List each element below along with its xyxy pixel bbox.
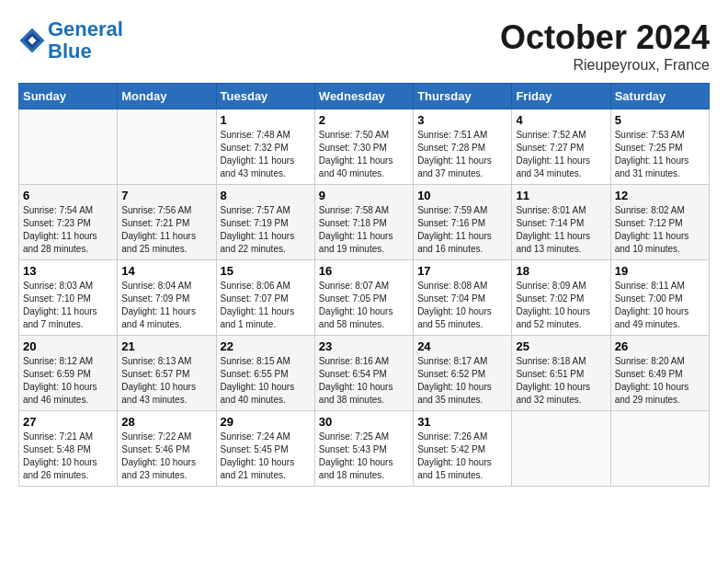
calendar-week-row: 1Sunrise: 7:48 AMSunset: 7:32 PMDaylight… [19, 109, 710, 185]
day-detail: Sunrise: 7:50 AMSunset: 7:30 PMDaylight:… [319, 129, 409, 180]
weekday-header: Friday [512, 84, 610, 109]
day-number: 22 [221, 339, 311, 353]
calendar-cell: 8Sunrise: 7:57 AMSunset: 7:19 PMDaylight… [216, 185, 314, 260]
calendar-cell: 25Sunrise: 8:18 AMSunset: 6:51 PMDayligh… [512, 336, 610, 411]
day-detail: Sunrise: 8:01 AMSunset: 7:14 PMDaylight:… [516, 204, 606, 256]
day-detail: Sunrise: 8:17 AMSunset: 6:52 PMDaylight:… [417, 355, 507, 407]
calendar-cell: 30Sunrise: 7:25 AMSunset: 5:43 PMDayligh… [314, 411, 413, 487]
day-detail: Sunrise: 7:25 AMSunset: 5:43 PMDaylight:… [319, 431, 409, 482]
calendar-cell: 21Sunrise: 8:13 AMSunset: 6:57 PMDayligh… [118, 336, 216, 411]
day-detail: Sunrise: 7:22 AMSunset: 5:46 PMDaylight:… [121, 431, 211, 482]
weekday-header: Tuesday [216, 84, 314, 109]
day-number: 20 [23, 339, 113, 353]
weekday-header-row: SundayMondayTuesdayWednesdayThursdayFrid… [19, 84, 710, 109]
day-number: 13 [23, 264, 113, 278]
day-number: 2 [319, 113, 409, 127]
calendar-table: SundayMondayTuesdayWednesdayThursdayFrid… [18, 83, 710, 487]
day-detail: Sunrise: 8:08 AMSunset: 7:04 PMDaylight:… [417, 280, 507, 331]
day-number: 26 [615, 339, 705, 353]
day-detail: Sunrise: 7:24 AMSunset: 5:45 PMDaylight:… [221, 431, 311, 482]
day-number: 25 [516, 339, 606, 353]
calendar-cell: 5Sunrise: 7:53 AMSunset: 7:25 PMDaylight… [610, 109, 709, 185]
calendar-cell: 17Sunrise: 8:08 AMSunset: 7:04 PMDayligh… [414, 260, 512, 336]
calendar-week-row: 6Sunrise: 7:54 AMSunset: 7:23 PMDaylight… [19, 185, 710, 260]
calendar-cell: 1Sunrise: 7:48 AMSunset: 7:32 PMDaylight… [216, 109, 314, 185]
calendar-week-row: 27Sunrise: 7:21 AMSunset: 5:48 PMDayligh… [19, 411, 710, 487]
page-header: GeneralBlue October 2024 Rieupeyroux, Fr… [18, 18, 710, 74]
day-number: 24 [417, 339, 507, 353]
day-number: 27 [23, 415, 113, 429]
calendar-cell: 15Sunrise: 8:06 AMSunset: 7:07 PMDayligh… [216, 260, 314, 336]
day-detail: Sunrise: 8:04 AMSunset: 7:09 PMDaylight:… [121, 280, 211, 331]
day-number: 1 [221, 113, 311, 127]
day-detail: Sunrise: 8:03 AMSunset: 7:10 PMDaylight:… [23, 280, 113, 331]
day-detail: Sunrise: 7:54 AMSunset: 7:23 PMDaylight:… [23, 204, 113, 256]
day-detail: Sunrise: 8:15 AMSunset: 6:55 PMDaylight:… [221, 355, 311, 407]
calendar-cell: 29Sunrise: 7:24 AMSunset: 5:45 PMDayligh… [216, 411, 314, 487]
calendar-cell: 7Sunrise: 7:56 AMSunset: 7:21 PMDaylight… [118, 185, 216, 260]
day-detail: Sunrise: 8:13 AMSunset: 6:57 PMDaylight:… [121, 355, 211, 407]
day-number: 21 [121, 339, 211, 353]
day-number: 17 [417, 264, 507, 278]
calendar-week-row: 13Sunrise: 8:03 AMSunset: 7:10 PMDayligh… [19, 260, 710, 336]
day-detail: Sunrise: 8:12 AMSunset: 6:59 PMDaylight:… [23, 355, 113, 407]
calendar-cell: 26Sunrise: 8:20 AMSunset: 6:49 PMDayligh… [610, 336, 709, 411]
day-number: 11 [516, 189, 606, 202]
calendar-cell [118, 109, 216, 185]
day-number: 7 [121, 189, 211, 202]
calendar-cell: 19Sunrise: 8:11 AMSunset: 7:00 PMDayligh… [610, 260, 709, 336]
calendar-cell: 13Sunrise: 8:03 AMSunset: 7:10 PMDayligh… [19, 260, 118, 336]
day-number: 19 [615, 264, 705, 278]
calendar-cell [610, 411, 709, 487]
day-detail: Sunrise: 7:56 AMSunset: 7:21 PMDaylight:… [121, 204, 211, 256]
day-detail: Sunrise: 7:53 AMSunset: 7:25 PMDaylight:… [615, 129, 705, 180]
calendar-cell: 3Sunrise: 7:51 AMSunset: 7:28 PMDaylight… [414, 109, 512, 185]
day-number: 8 [221, 189, 311, 202]
calendar-cell: 24Sunrise: 8:17 AMSunset: 6:52 PMDayligh… [414, 336, 512, 411]
day-detail: Sunrise: 8:20 AMSunset: 6:49 PMDaylight:… [615, 355, 705, 407]
calendar-cell: 6Sunrise: 7:54 AMSunset: 7:23 PMDaylight… [19, 185, 118, 260]
day-number: 3 [417, 113, 507, 127]
calendar-cell: 27Sunrise: 7:21 AMSunset: 5:48 PMDayligh… [19, 411, 118, 487]
calendar-cell: 12Sunrise: 8:02 AMSunset: 7:12 PMDayligh… [610, 185, 709, 260]
day-detail: Sunrise: 8:02 AMSunset: 7:12 PMDaylight:… [615, 204, 705, 256]
calendar-cell: 18Sunrise: 8:09 AMSunset: 7:02 PMDayligh… [512, 260, 610, 336]
day-number: 15 [221, 264, 311, 278]
day-number: 28 [121, 415, 211, 429]
day-number: 16 [319, 264, 409, 278]
logo-name: GeneralBlue [48, 18, 123, 63]
day-detail: Sunrise: 7:21 AMSunset: 5:48 PMDaylight:… [23, 431, 113, 482]
day-detail: Sunrise: 7:48 AMSunset: 7:32 PMDaylight:… [221, 129, 311, 180]
calendar-cell: 2Sunrise: 7:50 AMSunset: 7:30 PMDaylight… [314, 109, 413, 185]
day-number: 5 [615, 113, 705, 127]
day-detail: Sunrise: 8:06 AMSunset: 7:07 PMDaylight:… [221, 280, 311, 331]
calendar-cell: 14Sunrise: 8:04 AMSunset: 7:09 PMDayligh… [118, 260, 216, 336]
calendar-cell: 31Sunrise: 7:26 AMSunset: 5:42 PMDayligh… [414, 411, 512, 487]
day-number: 23 [319, 339, 409, 353]
calendar-cell [512, 411, 610, 487]
day-detail: Sunrise: 8:09 AMSunset: 7:02 PMDaylight:… [516, 280, 606, 331]
logo: GeneralBlue [18, 18, 123, 63]
calendar-cell [19, 109, 118, 185]
weekday-header: Thursday [414, 84, 512, 109]
day-number: 4 [516, 113, 606, 127]
calendar-cell: 9Sunrise: 7:58 AMSunset: 7:18 PMDaylight… [314, 185, 413, 260]
day-detail: Sunrise: 7:51 AMSunset: 7:28 PMDaylight:… [417, 129, 507, 180]
calendar-cell: 11Sunrise: 8:01 AMSunset: 7:14 PMDayligh… [512, 185, 610, 260]
weekday-header: Sunday [19, 84, 118, 109]
day-detail: Sunrise: 7:58 AMSunset: 7:18 PMDaylight:… [319, 204, 409, 256]
day-detail: Sunrise: 7:57 AMSunset: 7:19 PMDaylight:… [221, 204, 311, 256]
day-detail: Sunrise: 8:07 AMSunset: 7:05 PMDaylight:… [319, 280, 409, 331]
calendar-cell: 4Sunrise: 7:52 AMSunset: 7:27 PMDaylight… [512, 109, 610, 185]
day-number: 14 [121, 264, 211, 278]
weekday-header: Saturday [610, 84, 709, 109]
location: Rieupeyroux, France [500, 57, 710, 74]
calendar-cell: 20Sunrise: 8:12 AMSunset: 6:59 PMDayligh… [19, 336, 118, 411]
day-number: 12 [615, 189, 705, 202]
day-detail: Sunrise: 7:26 AMSunset: 5:42 PMDaylight:… [417, 431, 507, 482]
day-number: 29 [221, 415, 311, 429]
title-block: October 2024 Rieupeyroux, France [500, 18, 710, 74]
calendar-cell: 23Sunrise: 8:16 AMSunset: 6:54 PMDayligh… [314, 336, 413, 411]
day-number: 30 [319, 415, 409, 429]
day-number: 31 [417, 415, 507, 429]
